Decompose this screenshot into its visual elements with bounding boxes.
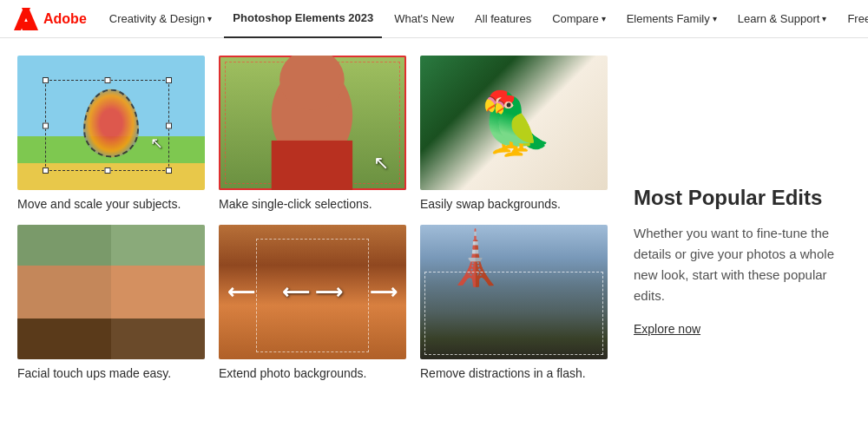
gallery-caption-portrait: Facial touch ups made easy. [17, 366, 205, 380]
nav-item-free-trial[interactable]: Free trial [838, 0, 868, 38]
thumbnail-paris: 🗼 [420, 225, 608, 359]
selection-handle [104, 167, 110, 174]
gallery-grid: ↖ Move and scale your subjects. ↖ Make s… [17, 56, 608, 380]
gallery-caption-child: Make single-click selections. [219, 197, 406, 211]
nav-item-compare[interactable]: Compare ▾ [543, 0, 614, 38]
cursor-icon: ↖ [150, 134, 163, 153]
adobe-wordmark: Adobe [43, 11, 87, 27]
portrait-left [17, 225, 111, 359]
gallery-item-paris: 🗼 Remove distractions in a flash. [420, 225, 608, 380]
gallery-caption-parrot: Easily swap backgrounds. [420, 197, 608, 211]
sidebar-title: Most Popular Edits [634, 186, 851, 211]
chevron-down-icon: ▾ [207, 14, 212, 23]
selection-handle [104, 77, 110, 83]
nav-item-creativity[interactable]: Creativity & Design ▾ [101, 0, 221, 38]
main-content: ↖ Move and scale your subjects. ↖ Make s… [0, 38, 868, 397]
gallery-caption-canyon: Extend photo backgrounds. [219, 366, 406, 380]
thumbnail-portrait [17, 225, 205, 359]
gallery-caption-balloon: Move and scale your subjects. [17, 197, 205, 211]
thumbnail-canyon: ⟵ ⟶ [219, 225, 406, 359]
nav-menu: Creativity & Design ▾ Photoshop Elements… [101, 0, 868, 38]
portrait-right [111, 225, 205, 359]
gallery-caption-paris: Remove distractions in a flash. [420, 366, 608, 380]
cursor-pointer-icon: ↖ [373, 152, 389, 174]
gallery-item-balloon: ↖ Move and scale your subjects. [17, 56, 205, 211]
explore-now-link[interactable]: Explore now [634, 322, 700, 336]
gallery-item-portrait: Facial touch ups made easy. [17, 225, 205, 380]
adobe-logo[interactable]: Adobe [14, 6, 87, 32]
selection-dashed [256, 239, 369, 353]
selection-box [45, 80, 169, 171]
thumbnail-parrot: 🦜 [420, 56, 608, 190]
selection-dotted [424, 272, 603, 355]
sidebar-body: Whether you want to fine-tune the detail… [634, 223, 851, 306]
gallery-item-parrot: 🦜 Easily swap backgrounds. [420, 56, 608, 211]
chevron-down-icon: ▾ [822, 14, 826, 23]
thumbnail-balloon: ↖ [17, 56, 205, 190]
chevron-down-icon: ▾ [602, 14, 606, 23]
selection-handle [166, 122, 172, 128]
selection-handle [43, 122, 49, 128]
nav-item-photoshop-elements[interactable]: Photoshop Elements 2023 [224, 0, 382, 38]
sidebar-section: Most Popular Edits Whether you want to f… [608, 56, 851, 380]
selection-handle [166, 77, 172, 83]
nav-item-all-features[interactable]: All features [466, 0, 540, 38]
gallery-section: ↖ Move and scale your subjects. ↖ Make s… [17, 56, 608, 380]
selection-handle [43, 77, 49, 83]
chevron-down-icon: ▾ [713, 14, 717, 23]
nav-item-whats-new[interactable]: What's New [385, 0, 463, 38]
thumbnail-child: ↖ [219, 56, 406, 190]
nav-item-learn-support[interactable]: Learn & Support ▾ [729, 0, 836, 38]
selection-handle [166, 167, 172, 174]
selection-handle [43, 167, 49, 174]
gallery-item-canyon: ⟵ ⟶ Extend photo backgrounds. [219, 225, 406, 380]
gallery-item-child: ↖ Make single-click selections. [219, 56, 406, 211]
portrait-split [17, 225, 205, 359]
navigation: Adobe Creativity & Design ▾ Photoshop El… [0, 0, 868, 38]
nav-item-elements-family[interactable]: Elements Family ▾ [618, 0, 726, 38]
